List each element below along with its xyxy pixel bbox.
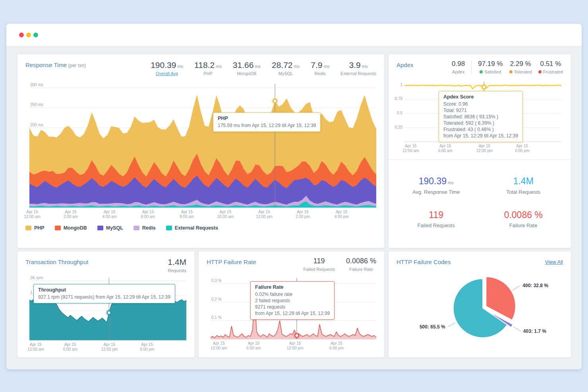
svg-text:Apr 15: Apr 15 — [439, 144, 451, 148]
failed-requests-stat: 119 Failed Requests — [418, 210, 455, 228]
failure-rate-stat: 0.0086 % Failure Rate — [504, 210, 543, 228]
app-window: Response Time(per txn) 190.39ms Overall … — [6, 24, 582, 369]
svg-text:Apr 15: Apr 15 — [65, 210, 77, 214]
svg-text:12:00 am: 12:00 am — [211, 346, 227, 350]
legend-item-mysql[interactable]: MySQL — [97, 225, 123, 231]
apdex-stats: 0.98 Apdex 97.19 % Satisfied 2.29 % Tole… — [452, 60, 563, 74]
svg-text:4:00 am: 4:00 am — [103, 214, 117, 219]
svg-text:500: 65.5 %: 500: 65.5 % — [420, 324, 445, 330]
svg-text:300 ms: 300 ms — [30, 83, 43, 87]
stat-tolerated: 2.29 % Tolerated — [509, 60, 532, 74]
svg-text:Apr 15: Apr 15 — [331, 341, 342, 346]
failure-rate-header: HTTP Failure Rate 119 Failed Requests 0.… — [199, 251, 384, 273]
svg-text:6:00 am: 6:00 am — [63, 347, 77, 351]
svg-text:Apr 15: Apr 15 — [297, 210, 309, 214]
throughput-title: Transaction Throughput — [25, 257, 88, 265]
svg-text:400: 32.8 %: 400: 32.8 % — [522, 283, 548, 288]
mongodb-swatch — [55, 226, 61, 230]
window-titlebar — [6, 24, 582, 46]
svg-text:Apr 15: Apr 15 — [213, 341, 225, 346]
svg-text:6:00 pm: 6:00 pm — [140, 347, 154, 351]
avg-response-time-stat: 190.39ms Avg. Response Time — [412, 176, 460, 195]
throughput-panel: Transaction Throughput 1.4M Requests Thr… — [17, 251, 194, 357]
legend-item-mongodb[interactable]: MongoDB — [55, 225, 87, 231]
svg-text:12:00 am: 12:00 am — [402, 149, 419, 153]
svg-text:12:00 am: 12:00 am — [27, 347, 44, 351]
svg-text:Apr 15: Apr 15 — [405, 144, 417, 148]
frustrated-dot — [538, 70, 542, 73]
stat-mongodb: 31.66ms MongoDB — [233, 60, 261, 76]
svg-text:2:00 pm: 2:00 pm — [296, 214, 310, 219]
svg-text:Apr 15: Apr 15 — [516, 144, 528, 148]
svg-text:12:00 pm: 12:00 pm — [476, 149, 493, 153]
fullscreen-button[interactable] — [33, 33, 38, 37]
svg-text:12:00 pm: 12:00 pm — [287, 346, 304, 350]
apdex-panel: Apdex 0.98 Apdex 97.19 % Satisfied 2.29 … — [389, 54, 571, 248]
legend-item-redis[interactable]: Redis — [133, 225, 156, 231]
view-all-link[interactable]: View All — [545, 257, 563, 265]
stat-frustrated: 0.51 % Frustrated — [538, 60, 563, 74]
redis-swatch — [133, 226, 139, 230]
legend-item-external-requests[interactable]: External Requests — [166, 225, 218, 231]
svg-text:12:00 am: 12:00 am — [24, 214, 41, 219]
apdex-header: Apdex 0.98 Apdex 97.19 % Satisfied 2.29 … — [389, 54, 571, 76]
stat-failed-requests: 119 Failed Requests — [303, 257, 335, 272]
svg-text:6:00 am: 6:00 am — [141, 214, 155, 219]
svg-text:Apr 15: Apr 15 — [248, 341, 260, 346]
apdex-chart[interactable]: Apdex Score Score: 0.96 Total: 9271 Sati… — [394, 78, 565, 154]
response-time-title: Response Time(per txn) — [25, 60, 86, 68]
overall-avg-link[interactable]: Overall Avg — [151, 71, 183, 76]
stat-apdex-score: 0.98 Apdex — [452, 60, 465, 74]
mysql-swatch — [97, 226, 103, 230]
dashboard-content: Response Time(per txn) 190.39ms Overall … — [6, 46, 582, 369]
svg-text:403: 1.7 %: 403: 1.7 % — [523, 328, 546, 334]
svg-text:6:00 am: 6:00 am — [438, 149, 453, 153]
svg-text:250 ms: 250 ms — [30, 102, 43, 107]
svg-text:8:00 am: 8:00 am — [180, 214, 194, 219]
svg-text:0.5: 0.5 — [397, 111, 402, 115]
stat-satisfied: 97.19 % Satisfied — [471, 60, 503, 74]
external-requests-swatch — [166, 226, 172, 230]
throughput-chart[interactable]: Throughput 927.1 rpm (9271 requests) fro… — [23, 275, 189, 354]
svg-text:6:00 pm: 6:00 pm — [329, 346, 344, 350]
svg-text:2K rpm: 2K rpm — [30, 276, 43, 280]
stat-external-requests: 3.9ms External Requests — [340, 60, 376, 76]
svg-text:Apr 15: Apr 15 — [479, 144, 491, 148]
svg-text:Apr 15: Apr 15 — [142, 210, 154, 214]
svg-text:2:00 am: 2:00 am — [64, 214, 78, 219]
stat-throughput-requests: 1.4M Requests — [168, 257, 186, 273]
stat-overall-avg: 190.39ms Overall Avg — [151, 60, 183, 76]
svg-text:1.5K rpm: 1.5K rpm — [30, 290, 46, 295]
svg-text:200 ms: 200 ms — [30, 123, 43, 127]
close-button[interactable] — [19, 33, 24, 37]
stat-redis: 7.9ms Redis — [311, 60, 329, 76]
svg-text:Apr 15: Apr 15 — [26, 210, 38, 214]
total-requests-stat: 1.4M Total Requests — [506, 176, 540, 195]
response-time-chart[interactable]: PHP 175.59 ms from Apr 15, 12:29 till Ap… — [23, 81, 379, 220]
apdex-title: Apdex — [397, 60, 414, 68]
svg-text:Apr 15: Apr 15 — [289, 341, 301, 346]
failure-codes-pie-chart[interactable]: 400: 32.8 %403: 1.7 %500: 65.5 % — [394, 267, 565, 348]
svg-text:Apr 15: Apr 15 — [104, 342, 116, 347]
throughput-header: Transaction Throughput 1.4M Requests — [17, 251, 194, 274]
svg-text:6:00 pm: 6:00 pm — [515, 149, 529, 153]
failure-rate-panel: HTTP Failure Rate 119 Failed Requests 0.… — [199, 251, 384, 357]
svg-text:Apr 15: Apr 15 — [141, 342, 153, 347]
svg-text:Apr 15: Apr 15 — [258, 210, 270, 214]
svg-text:0.3 %: 0.3 % — [211, 278, 222, 283]
svg-text:1: 1 — [400, 82, 402, 87]
svg-text:6:00 am: 6:00 am — [246, 346, 261, 350]
failure-rate-chart[interactable]: Failure Rate 0.02% failure rate 2 failed… — [204, 274, 379, 353]
failure-rate-title: HTTP Failure Rate — [207, 257, 256, 265]
response-time-legend: PHP MongoDB MySQL Redis External Request… — [17, 220, 384, 236]
minimize-button[interactable] — [26, 33, 31, 37]
svg-text:12:00 pm: 12:00 pm — [256, 214, 273, 219]
tolerated-dot — [509, 70, 513, 73]
svg-text:0.2 %: 0.2 % — [211, 297, 222, 301]
satisfied-dot — [480, 70, 483, 73]
svg-text:Apr 15: Apr 15 — [30, 342, 42, 347]
svg-text:Apr 15: Apr 15 — [336, 210, 348, 214]
svg-text:Apr 15: Apr 15 — [220, 210, 232, 214]
apdex-summary: 190.39ms Avg. Response Time 1.4M Total R… — [389, 160, 571, 248]
legend-item-php[interactable]: PHP — [25, 225, 44, 231]
